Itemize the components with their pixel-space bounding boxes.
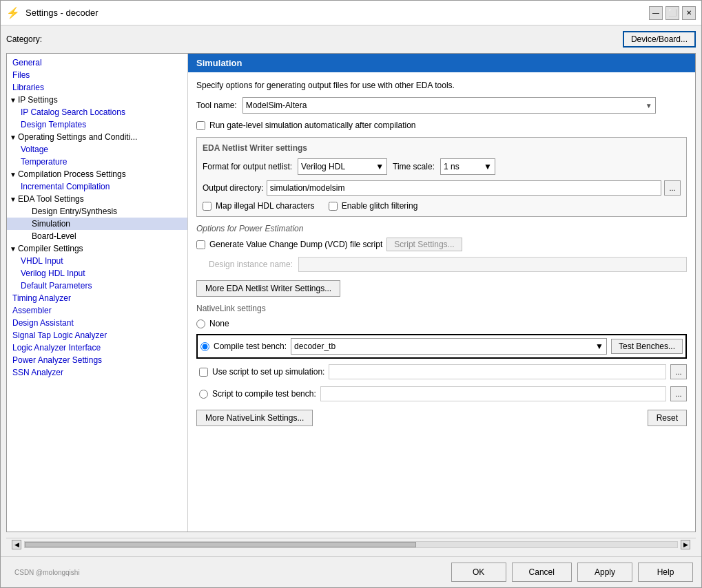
output-dir-input[interactable] [267, 180, 661, 196]
sidebar-item-temperature[interactable]: Temperature [7, 156, 187, 168]
bottom-buttons: CSDN @molongqishi OK Cancel Apply Help [1, 556, 701, 587]
help-button[interactable]: Help [638, 563, 693, 582]
format-arrow-icon: ▼ [375, 162, 384, 171]
enable-glitch-label: Enable glitch filtering [342, 201, 418, 211]
map-illegal-checkbox[interactable] [203, 202, 211, 211]
panel-header: Simulation [188, 54, 695, 72]
use-script-input[interactable] [329, 364, 666, 379]
title-controls: — ⬜ ✕ [649, 6, 696, 20]
sidebar-item-design-templates[interactable]: Design Templates [7, 118, 187, 131]
use-script-browse-button[interactable]: ... [670, 364, 687, 379]
none-label: None [209, 319, 229, 328]
scroll-thumb[interactable] [25, 542, 416, 547]
generate-vcd-checkbox[interactable] [196, 240, 205, 249]
sidebar-group-operating[interactable]: ▼ Operating Settings and Conditi... [7, 131, 187, 143]
reset-button[interactable]: Reset [648, 410, 687, 426]
tool-name-label: Tool name: [196, 101, 237, 110]
app-icon: ⚡ [6, 6, 20, 19]
watermark: CSDN @molongqishi [9, 567, 85, 578]
generate-vcd-label: Generate Value Change Dump (VCD) file sc… [209, 240, 382, 249]
sidebar-item-timing[interactable]: Timing Analyzer [7, 292, 187, 304]
power-estimation-section: Options for Power Estimation Generate Va… [196, 224, 687, 273]
title-bar-left: ⚡ Settings - decoder [6, 6, 99, 19]
sidebar-item-design-entry[interactable]: Design Entry/Synthesis [7, 205, 187, 218]
compile-bench-radio[interactable] [200, 342, 209, 351]
sidebar-item-files[interactable]: Files [7, 69, 187, 81]
use-script-checkbox[interactable] [199, 368, 208, 377]
bench-dropdown[interactable]: decoder_tb ▼ [291, 338, 607, 355]
main-area: General Files Libraries ▼ IP Settings IP… [6, 53, 696, 532]
compile-bench-label: Compile test bench: [214, 342, 287, 351]
scroll-right-button[interactable]: ▶ [681, 540, 690, 549]
more-nativelink-row: More NativeLink Settings... Reset [196, 410, 687, 426]
script-compile-browse-button[interactable]: ... [670, 386, 687, 401]
none-radio[interactable] [196, 319, 205, 328]
format-value: Verilog HDL [301, 162, 345, 171]
timescale-label: Time scale: [393, 162, 435, 171]
timescale-dropdown[interactable]: 1 ns ▼ [440, 158, 495, 175]
design-instance-label: Design instance name: [209, 260, 293, 269]
netlist-title: EDA Netlist Writer settings [203, 143, 681, 153]
run-gate-level-row: Run gate-level simulation automatically … [196, 120, 687, 130]
sidebar-item-logic-analyzer[interactable]: Logic Analyzer Interface [7, 342, 187, 354]
sidebar: General Files Libraries ▼ IP Settings IP… [7, 54, 188, 532]
sidebar-item-verilog[interactable]: Verilog HDL Input [7, 267, 187, 280]
sidebar-item-signal-tap[interactable]: Signal Tap Logic Analyzer [7, 329, 187, 342]
sidebar-item-design-assistant[interactable]: Design Assistant [7, 317, 187, 329]
sidebar-group-compiler[interactable]: ▼ Compiler Settings [7, 242, 187, 255]
vcd-row: Generate Value Change Dump (VCD) file sc… [196, 238, 687, 251]
sidebar-group-eda[interactable]: ▼ EDA Tool Settings [7, 193, 187, 205]
sidebar-item-general[interactable]: General [7, 56, 187, 69]
sidebar-group-compilation[interactable]: ▼ Compilation Process Settings [7, 168, 187, 180]
sidebar-item-assembler[interactable]: Assembler [7, 304, 187, 317]
run-gate-level-label: Run gate-level simulation automatically … [209, 120, 415, 130]
script-compile-row: Script to compile test bench: ... [196, 385, 687, 403]
more-eda-button[interactable]: More EDA Netlist Writer Settings... [196, 280, 340, 297]
more-nativelink-button[interactable]: More NativeLink Settings... [196, 410, 313, 426]
title-bar: ⚡ Settings - decoder — ⬜ ✕ [1, 1, 701, 25]
sidebar-item-default-params[interactable]: Default Parameters [7, 280, 187, 292]
run-gate-level-checkbox[interactable] [196, 121, 205, 130]
expand-icon-operating: ▼ [10, 134, 17, 141]
sidebar-scrollbar: ◀ ▶ [6, 538, 696, 551]
sidebar-item-incremental[interactable]: Incremental Compilation [7, 180, 187, 193]
sidebar-item-simulation[interactable]: Simulation [7, 218, 187, 230]
sidebar-item-board-level[interactable]: Board-Level [7, 230, 187, 242]
map-illegal-row: Map illegal HDL characters [203, 201, 315, 211]
nativelink-header: NativeLink settings [196, 304, 687, 313]
sidebar-item-power-analyzer[interactable]: Power Analyzer Settings [7, 354, 187, 366]
sidebar-item-libraries[interactable]: Libraries [7, 81, 187, 94]
scroll-left-button[interactable]: ◀ [12, 540, 21, 549]
output-dir-label: Output directory: [203, 183, 264, 193]
design-instance-row: Design instance name: [196, 255, 687, 273]
script-compile-input[interactable] [320, 386, 666, 401]
script-compile-radio[interactable] [199, 390, 208, 399]
enable-glitch-checkbox[interactable] [329, 202, 338, 211]
cancel-button[interactable]: Cancel [512, 563, 572, 582]
sidebar-item-ssn[interactable]: SSN Analyzer [7, 366, 187, 379]
sidebar-item-voltage[interactable]: Voltage [7, 143, 187, 156]
sidebar-item-vhdl[interactable]: VHDL Input [7, 255, 187, 267]
none-radio-row: None [196, 317, 687, 330]
netlist-settings-box: EDA Netlist Writer settings Format for o… [196, 137, 687, 217]
ok-button[interactable]: OK [451, 563, 506, 582]
restore-button[interactable]: ⬜ [665, 6, 679, 20]
script-settings-button[interactable]: Script Settings... [386, 238, 462, 251]
tool-name-dropdown[interactable]: ModelSim-Altera ▼ [242, 97, 656, 114]
design-instance-input[interactable] [298, 257, 687, 272]
minimize-button[interactable]: — [649, 6, 663, 20]
bench-value: decoder_tb [294, 342, 335, 351]
sidebar-item-ip-catalog[interactable]: IP Catalog Search Locations [7, 106, 187, 118]
expand-icon-eda: ▼ [10, 196, 17, 203]
map-illegal-label: Map illegal HDL characters [216, 201, 315, 211]
output-dir-browse-button[interactable]: ... [664, 180, 681, 196]
test-benches-button[interactable]: Test Benches... [611, 339, 683, 354]
dropdown-arrow-icon: ▼ [646, 102, 652, 109]
close-button[interactable]: ✕ [682, 6, 696, 20]
scroll-track[interactable] [24, 541, 678, 548]
device-board-button[interactable]: Device/Board... [623, 31, 696, 48]
format-dropdown[interactable]: Verilog HDL ▼ [298, 158, 387, 175]
use-script-row: Use script to set up simulation: ... [196, 363, 687, 381]
sidebar-group-ip-settings[interactable]: ▼ IP Settings [7, 94, 187, 106]
apply-button[interactable]: Apply [577, 563, 632, 582]
